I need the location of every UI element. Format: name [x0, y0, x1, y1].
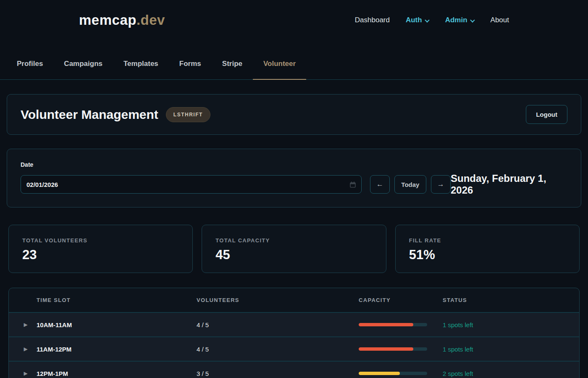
- date-field-label: Date: [21, 161, 567, 168]
- stat-card-fill-rate: FILL RATE 51%: [395, 225, 580, 273]
- stat-value: 45: [215, 247, 372, 262]
- stat-label: TOTAL CAPACITY: [215, 237, 372, 244]
- table-row[interactable]: ▶ 12PM-1PM 3 / 5 2 spots left: [9, 361, 579, 378]
- capacity-bar: [359, 347, 427, 351]
- date-picker-card: Date 02/01/2026 ← Today → Sunday, Februa…: [7, 149, 581, 207]
- status-cell: 1 spots left: [443, 321, 579, 328]
- org-badge: LSTHRIFT: [166, 107, 210, 122]
- time-slot-cell: 12PM-1PM: [37, 370, 197, 377]
- tab-profiles[interactable]: Profiles: [6, 60, 53, 80]
- nav-item-auth[interactable]: Auth: [406, 16, 429, 24]
- tab-volunteer[interactable]: Volunteer: [253, 60, 306, 80]
- brand-logo[interactable]: memcap.dev: [79, 12, 165, 28]
- capacity-bar-fill: [359, 347, 413, 351]
- main-nav: Dashboard Auth Admin About: [355, 16, 509, 24]
- date-input-value: 02/01/2026: [26, 181, 58, 188]
- table-row[interactable]: ▶ 11AM-12PM 4 / 5 1 spots left: [9, 336, 579, 361]
- table-header-row: TIME SLOT VOLUNTEERS CAPACITY STATUS: [9, 288, 579, 312]
- capacity-bar-fill: [359, 323, 413, 326]
- time-slot-cell: 10AM-11AM: [37, 321, 197, 328]
- chevron-down-icon: [470, 17, 475, 21]
- volunteers-cell: 4 / 5: [197, 321, 359, 328]
- prev-day-button[interactable]: ←: [370, 175, 390, 194]
- status-cell: 1 spots left: [443, 346, 579, 353]
- tab-stripe[interactable]: Stripe: [212, 60, 253, 80]
- volunteers-cell: 4 / 5: [197, 346, 359, 353]
- nav-item-dashboard[interactable]: Dashboard: [355, 16, 390, 24]
- logout-button[interactable]: Logout: [526, 105, 567, 124]
- capacity-bar: [359, 372, 427, 375]
- stat-card-total-capacity: TOTAL CAPACITY 45: [202, 225, 386, 273]
- next-day-button[interactable]: →: [431, 175, 451, 194]
- brand-name: memcap: [79, 12, 136, 28]
- chevron-down-icon: [425, 17, 429, 21]
- page-title: Volunteer Management: [21, 108, 158, 122]
- brand-suffix: .dev: [136, 12, 165, 28]
- today-button[interactable]: Today: [394, 175, 426, 194]
- tab-templates[interactable]: Templates: [113, 60, 169, 80]
- capacity-bar: [359, 323, 427, 326]
- stat-value: 23: [22, 247, 179, 262]
- calendar-icon[interactable]: [350, 181, 356, 188]
- stat-card-total-volunteers: TOTAL VOLUNTEERS 23: [8, 225, 193, 273]
- volunteers-cell: 3 / 5: [197, 370, 359, 377]
- table-row[interactable]: ▶ 10AM-11AM 4 / 5 1 spots left: [9, 312, 579, 336]
- tab-campaigns[interactable]: Campaigns: [53, 60, 113, 80]
- stat-label: FILL RATE: [409, 237, 566, 244]
- date-input[interactable]: 02/01/2026: [21, 175, 362, 194]
- stat-value: 51%: [409, 247, 566, 262]
- selected-date-display: Sunday, February 1, 2026: [451, 173, 567, 196]
- time-slot-table: TIME SLOT VOLUNTEERS CAPACITY STATUS ▶ 1…: [8, 288, 580, 378]
- site-header: memcap.dev Dashboard Auth Admin About: [0, 0, 588, 40]
- stat-label: TOTAL VOLUNTEERS: [22, 237, 179, 244]
- admin-tabs: Profiles Campaigns Templates Forms Strip…: [0, 40, 588, 80]
- nav-item-admin[interactable]: Admin: [445, 16, 475, 24]
- tab-forms[interactable]: Forms: [169, 60, 212, 80]
- col-header-volunteers: VOLUNTEERS: [197, 297, 359, 303]
- stats-row: TOTAL VOLUNTEERS 23 TOTAL CAPACITY 45 FI…: [8, 225, 580, 273]
- expand-caret-icon[interactable]: ▶: [9, 370, 37, 376]
- col-header-capacity: CAPACITY: [359, 297, 443, 303]
- capacity-bar-fill: [359, 372, 400, 375]
- page-header-card: Volunteer Management LSTHRIFT Logout: [7, 94, 581, 135]
- nav-item-about[interactable]: About: [491, 16, 509, 24]
- time-slot-cell: 11AM-12PM: [37, 346, 197, 353]
- col-header-time-slot: TIME SLOT: [37, 297, 197, 303]
- status-cell: 2 spots left: [443, 370, 579, 377]
- expand-caret-icon[interactable]: ▶: [9, 346, 37, 352]
- expand-caret-icon[interactable]: ▶: [9, 322, 37, 328]
- col-header-status: STATUS: [443, 297, 579, 303]
